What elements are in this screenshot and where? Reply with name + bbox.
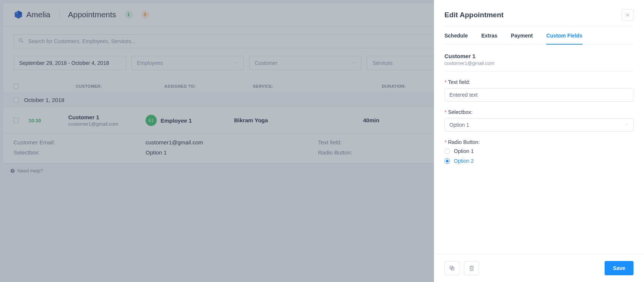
close-button[interactable] <box>621 9 633 21</box>
panel-customer-name: Customer 1 <box>444 53 633 59</box>
duplicate-button[interactable] <box>444 261 459 275</box>
text-field-input[interactable] <box>444 88 633 102</box>
radio-option-1[interactable]: Option 1 <box>444 148 633 154</box>
delete-button[interactable] <box>464 261 479 275</box>
close-icon <box>625 13 630 17</box>
tab-schedule[interactable]: Schedule <box>444 27 468 44</box>
panel-customer-block: Customer 1 customer1@gmail.com <box>444 51 633 72</box>
radio-icon <box>444 148 450 154</box>
trash-icon <box>469 266 474 271</box>
panel-title: Edit Appointment <box>444 11 504 19</box>
selectbox-input[interactable]: Option 1 <box>444 118 633 132</box>
copy-icon <box>449 265 455 271</box>
radio-option-1-label: Option 1 <box>454 148 474 154</box>
tab-extras[interactable]: Extras <box>481 27 497 44</box>
panel-tabs: Schedule Extras Payment Custom Fields <box>444 27 633 45</box>
tab-payment[interactable]: Payment <box>511 27 533 44</box>
edit-appointment-panel: Edit Appointment Schedule Extras Payment… <box>434 0 644 282</box>
chevron-down-icon <box>624 122 629 128</box>
radio-option-2-label: Option 2 <box>454 158 474 164</box>
panel-customer-email: customer1@gmail.com <box>444 60 633 66</box>
selectbox-label: *Selectbox: <box>444 109 633 115</box>
radio-icon <box>444 158 450 164</box>
selectbox-value: Option 1 <box>449 122 469 128</box>
tab-custom-fields[interactable]: Custom Fields <box>546 27 582 45</box>
text-field-label: *Text field: <box>444 79 633 85</box>
save-button[interactable]: Save <box>605 261 633 275</box>
radio-label: *Radio Button: <box>444 139 633 145</box>
radio-option-2[interactable]: Option 2 <box>444 158 633 164</box>
